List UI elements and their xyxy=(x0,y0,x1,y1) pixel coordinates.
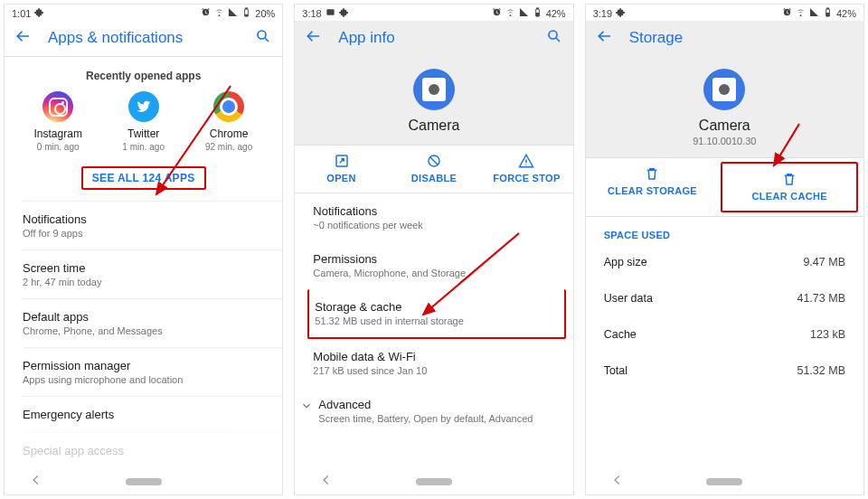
item-secondary: 2 hr, 47 min today xyxy=(23,277,269,287)
item-special-app-access[interactable]: Special app access xyxy=(23,432,282,468)
nav-back-icon[interactable] xyxy=(611,474,624,489)
trash-icon xyxy=(722,171,856,187)
camera-app-icon xyxy=(703,69,745,110)
svg-rect-15 xyxy=(826,13,829,15)
alarm-icon xyxy=(492,7,502,19)
back-icon[interactable] xyxy=(306,28,322,47)
status-battery-pct: 42% xyxy=(836,8,856,19)
toolbar-title: Apps & notifications xyxy=(48,29,255,47)
recent-apps-row: Instagram 0 min. ago Twitter 1 min. ago … xyxy=(5,91,282,155)
status-bar: 3:18 42% xyxy=(295,5,572,21)
open-icon xyxy=(295,153,387,169)
item-secondary: Chrome, Phone, and Messages xyxy=(23,325,269,336)
signal-icon xyxy=(519,7,529,19)
recent-app-chrome[interactable]: Chrome 92 min. ago xyxy=(193,91,265,152)
kv-key: Cache xyxy=(604,328,637,341)
item-secondary: Off for 9 apps xyxy=(23,228,269,239)
force-stop-button[interactable]: FORCE STOP xyxy=(480,146,572,193)
nav-back-icon[interactable] xyxy=(320,474,333,489)
back-icon[interactable] xyxy=(15,28,32,47)
svg-rect-2 xyxy=(245,14,248,15)
item-permission-manager[interactable]: Permission manager Apps using microphone… xyxy=(23,347,282,396)
item-permissions[interactable]: Permissions Camera, Microphone, and Stor… xyxy=(313,241,572,289)
nav-home-pill[interactable] xyxy=(126,478,162,485)
chevron-down-icon xyxy=(300,400,313,415)
trash-icon xyxy=(586,165,720,182)
item-default-apps[interactable]: Default apps Chrome, Phone, and Messages xyxy=(23,298,282,347)
status-bar: 1:01 20% xyxy=(5,5,282,21)
recent-app-sub: 92 min. ago xyxy=(205,142,252,152)
row-total: Total 51.32 MB xyxy=(586,353,863,389)
recent-app-sub: 0 min. ago xyxy=(37,142,80,152)
nav-home-pill[interactable] xyxy=(706,478,742,485)
item-primary: Default apps xyxy=(23,310,269,324)
action-label: FORCE STOP xyxy=(493,173,560,184)
item-primary: Screen time xyxy=(23,261,269,275)
item-secondary: Apps using microphone and location xyxy=(23,374,269,385)
svg-rect-5 xyxy=(326,9,334,14)
puzzle-icon xyxy=(616,7,626,19)
clear-cache-button[interactable]: CLEAR CACHE xyxy=(721,162,858,212)
recent-app-name: Twitter xyxy=(127,127,159,140)
action-label: DISABLE xyxy=(411,173,457,184)
item-primary: Storage & cache xyxy=(315,300,551,314)
kv-value: 123 kB xyxy=(810,328,845,341)
toolbar: Apps & notifications xyxy=(5,21,282,56)
see-all-wrap: SEE ALL 124 APPS xyxy=(5,155,282,201)
svg-point-3 xyxy=(258,31,266,39)
back-icon[interactable] xyxy=(597,28,613,47)
status-time: 3:18 xyxy=(302,8,321,19)
puzzle-icon xyxy=(34,7,44,19)
settings-list: Notifications Off for 9 apps Screen time… xyxy=(5,201,282,468)
row-user-data: User data 41.73 MB xyxy=(586,280,863,316)
image-icon xyxy=(326,7,335,19)
kv-value: 51.32 MB xyxy=(797,364,845,377)
svg-rect-8 xyxy=(536,13,539,15)
clear-storage-button[interactable]: CLEAR STORAGE xyxy=(586,158,720,216)
search-icon[interactable] xyxy=(255,28,271,47)
alarm-icon xyxy=(782,7,792,19)
screen-storage: 3:19 42% Storage Camera 91.10.0010.30 CL… xyxy=(585,4,864,495)
svg-rect-1 xyxy=(246,8,248,9)
battery-icon xyxy=(241,7,251,19)
app-header: Camera xyxy=(295,56,572,146)
item-primary: Notifications xyxy=(313,204,560,218)
wifi-icon xyxy=(505,7,515,19)
battery-icon xyxy=(823,7,833,19)
item-primary: Permissions xyxy=(313,252,560,266)
kv-key: App size xyxy=(604,256,647,268)
item-notifications[interactable]: Notifications Off for 9 apps xyxy=(23,201,282,250)
item-screen-time[interactable]: Screen time 2 hr, 47 min today xyxy=(23,250,282,298)
instagram-icon xyxy=(42,91,73,122)
recent-app-instagram[interactable]: Instagram 0 min. ago xyxy=(22,91,94,152)
item-notifications[interactable]: Notifications ~0 notifications per week xyxy=(313,193,572,241)
item-storage-cache[interactable]: Storage & cache 51.32 MB used in interna… xyxy=(307,289,565,339)
kv-key: Total xyxy=(604,364,627,377)
svg-point-9 xyxy=(549,31,557,39)
search-icon[interactable] xyxy=(546,28,562,47)
item-secondary: ~0 notifications per week xyxy=(313,220,560,231)
item-mobile-data-wifi[interactable]: Mobile data & Wi-Fi 217 kB used since Ja… xyxy=(313,339,572,387)
action-row: CLEAR STORAGE CLEAR CACHE xyxy=(586,158,863,217)
nav-back-icon[interactable] xyxy=(30,474,42,489)
item-advanced[interactable]: Advanced Screen time, Battery, Open by d… xyxy=(295,387,572,435)
nav-bar xyxy=(586,468,863,494)
nav-home-pill[interactable] xyxy=(416,478,452,485)
row-app-size: App size 9.47 MB xyxy=(586,244,863,280)
item-primary: Permission manager xyxy=(23,359,269,372)
open-button[interactable]: OPEN xyxy=(295,146,387,193)
app-name: Camera xyxy=(409,118,460,134)
see-all-apps-button[interactable]: SEE ALL 124 APPS xyxy=(81,166,206,190)
status-battery-pct: 42% xyxy=(546,8,566,19)
item-secondary: Screen time, Battery, Open by default, A… xyxy=(318,413,533,424)
item-emergency-alerts[interactable]: Emergency alerts xyxy=(23,396,282,432)
puzzle-icon xyxy=(339,7,349,19)
app-name: Camera xyxy=(699,118,750,134)
toolbar-title: Storage xyxy=(629,29,853,47)
app-header: Camera 91.10.0010.30 xyxy=(586,56,863,158)
disable-button[interactable]: DISABLE xyxy=(388,146,480,193)
recent-app-twitter[interactable]: Twitter 1 min. ago xyxy=(108,91,180,152)
recent-app-sub: 1 min. ago xyxy=(122,142,165,152)
svg-rect-14 xyxy=(827,8,829,9)
nav-bar xyxy=(295,468,572,494)
